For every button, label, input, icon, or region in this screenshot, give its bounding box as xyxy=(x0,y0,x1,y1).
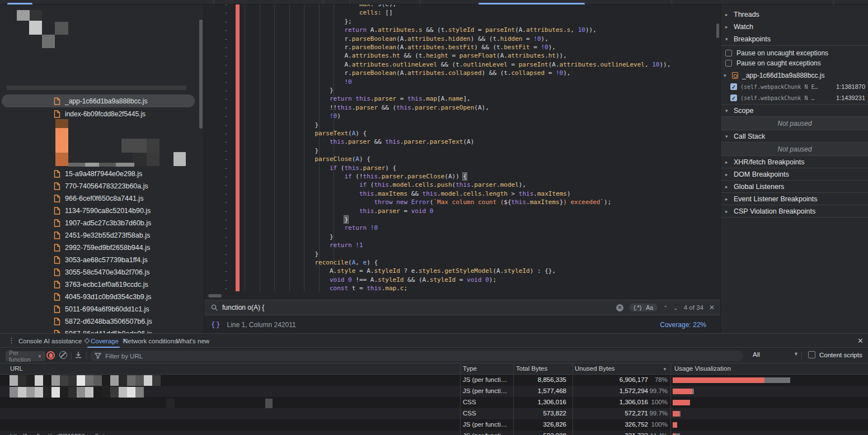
tab-coverage[interactable]: Coverage✕ xyxy=(91,334,127,348)
sidebar-section-xhr-fetch-breakpoints[interactable]: ▸XHR/fetch Breakpoints xyxy=(721,155,868,168)
close-drawer-icon[interactable]: ✕ xyxy=(857,337,864,345)
total-bytes-cell: 326,826 xyxy=(499,421,566,428)
column-header-url[interactable]: URL xyxy=(10,365,23,372)
previous-match-button[interactable]: ⌃ xyxy=(663,305,668,311)
tab-whats-new[interactable]: What's new xyxy=(176,334,209,348)
divider xyxy=(721,217,868,218)
sidebar-section-global-listeners[interactable]: ▸Global Listeners xyxy=(721,180,868,192)
match-case-toggle[interactable]: Aa xyxy=(646,304,653,311)
export-icon[interactable] xyxy=(74,351,82,359)
column-header-type[interactable]: Type xyxy=(463,365,477,372)
breakpoint-file-group[interactable]: ▾ _app-1c66d1ba9a888bcc.js xyxy=(721,70,868,81)
column-header-unused-bytes[interactable]: Unused Bytes xyxy=(575,365,615,372)
section-breakpoints[interactable]: ▾Breakpoints xyxy=(721,33,868,45)
checkbox-unchecked[interactable] xyxy=(725,50,732,56)
unused-percent-cell: 100% xyxy=(641,421,668,428)
file-list-item[interactable]: 3053-ae68c57739ba1ff4.js xyxy=(0,254,204,266)
editor-search-bar[interactable]: function o(A) { ✕ (.*) Aa ⌃ ⌃ 4 of 34 ✕ xyxy=(204,300,720,315)
table-row[interactable]: JS (per functi…326,826326,752100% xyxy=(0,419,868,431)
file-list-item[interactable]: 1907-ad5c27c3b3b7d60b.js xyxy=(0,217,204,229)
tab-divider xyxy=(420,1,420,4)
file-list-item[interactable]: 770-740564783223b60a.js xyxy=(0,180,204,192)
file-list-item[interactable]: 3055-58c5470e34b2f706.js xyxy=(0,266,204,278)
file-list-item[interactable]: 15-a9a48f7944e0e298.js xyxy=(0,168,204,180)
table-row[interactable]: CSS573,822572,27199.7% xyxy=(0,408,868,419)
more-tabs-icon[interactable]: ⋮ xyxy=(8,336,15,344)
file-list-item[interactable]: index-6b09fcdd8e2f5445.js xyxy=(2,107,195,120)
search-query[interactable]: function o(A) { xyxy=(222,304,264,311)
breakpoint-snippet: (self.webpackChunk_N_… xyxy=(740,95,814,101)
file-list-item[interactable]: 2992-759ed9bf2658b944.js xyxy=(0,242,204,254)
sidebar-section-dom-breakpoints[interactable]: ▸DOM Breakpoints xyxy=(721,168,868,180)
section-watch[interactable]: ▸Watch xyxy=(721,21,868,33)
file-list-item[interactable]: 4045-93d1c0b9d354c3b9.js xyxy=(0,291,204,303)
dropdown-arrow-icon: ▼ xyxy=(794,351,799,358)
navigator-scrollbar[interactable] xyxy=(199,20,203,129)
redacted-block xyxy=(43,387,51,398)
code-viewport[interactable]: ---------------------------------- max: … xyxy=(204,4,720,292)
checkbox-checked[interactable]: ✓ xyxy=(730,83,737,90)
breakpoint-entry[interactable]: ✓(self.webpackChunk_N_…1:1439231 xyxy=(721,92,868,103)
record-button[interactable] xyxy=(46,351,55,360)
filter-input[interactable]: Filter by URL xyxy=(90,351,743,361)
tab-console[interactable]: Console xyxy=(18,334,42,348)
close-search-icon[interactable]: ✕ xyxy=(709,304,715,311)
pause-uncaught-row[interactable]: Pause on uncaught exceptions xyxy=(725,48,865,58)
file-list-item[interactable]: 5872-d6248ba3506507b6.js xyxy=(0,315,204,328)
regex-toggle[interactable]: (.*) xyxy=(634,304,641,311)
table-row[interactable]: http://localhost/…/9l31580/bundle.jsJS (… xyxy=(0,431,868,435)
pause-caught-row[interactable]: Pause on caught exceptions xyxy=(725,58,865,68)
table-row[interactable]: CSS1,306,0161,306,016100% xyxy=(0,397,868,408)
sidebar-section-event-listener-breakpoints[interactable]: ▸Event Listener Breakpoints xyxy=(721,192,868,205)
file-list-item[interactable]: 3763-ecbc1ef0a619ccdc.js xyxy=(0,278,204,291)
section-call-stack[interactable]: ▾Call Stack xyxy=(721,130,868,142)
code-line: parseText(A) { xyxy=(241,129,367,138)
js-file-icon xyxy=(54,244,60,252)
redacted-block xyxy=(173,152,186,166)
gutter-line-marker: - xyxy=(217,86,228,94)
vertical-scrollbar[interactable] xyxy=(716,23,719,38)
checkbox-unchecked[interactable] xyxy=(808,351,815,358)
breakpoint-entry[interactable]: ✓(self.webpackChunk_N_E…1:1381870 xyxy=(721,81,868,92)
coverage-percentage-link[interactable]: Coverage: 22% xyxy=(660,321,706,329)
file-list-item[interactable]: 966-6cef0f650c8a7441.js xyxy=(0,192,204,205)
redacted-block xyxy=(68,387,77,398)
clear-button[interactable] xyxy=(59,351,67,359)
sidebar-section-csp-violation-breakpoints[interactable]: ▸CSP Violation Breakpoints xyxy=(721,205,868,217)
breakpoint-location[interactable]: 1:1439231 xyxy=(836,94,865,101)
content-scripts-toggle[interactable]: Content scripts xyxy=(808,351,862,358)
column-header-usage-visualization[interactable]: Usage Visualization xyxy=(674,365,731,372)
file-name: _app-1c66d1ba9a888bcc.js xyxy=(65,97,147,105)
top-tab-strip[interactable] xyxy=(0,0,868,4)
checkbox-checked[interactable]: ✓ xyxy=(730,94,737,101)
code-line: max: s(e), xyxy=(241,4,396,8)
file-list-item[interactable]: 1134-7590ca8c52014b90.js xyxy=(0,205,204,217)
column-header-total-bytes[interactable]: Total Bytes xyxy=(516,365,547,372)
file-name: index-6b09fcdd8e2f5445.js xyxy=(65,110,146,118)
tab-ai-assistance[interactable]: AI assistance xyxy=(44,334,89,348)
file-list-item[interactable]: 5967-86ed41dd5b0ede96.js xyxy=(0,328,204,333)
breakpoint-location[interactable]: 1:1381870 xyxy=(836,83,865,90)
horizontal-scrollbar[interactable] xyxy=(204,292,720,299)
tab-network-conditions[interactable]: Network conditions xyxy=(123,334,177,348)
chevron-right-icon: ▸ xyxy=(725,24,730,30)
file-name: 5872-d6248ba3506507b6.js xyxy=(65,318,152,325)
section-label: Call Stack xyxy=(734,133,765,140)
file-name: 3763-ecbc1ef0a619ccdc.js xyxy=(65,281,148,289)
file-list-item[interactable]: 5011-6994a6f9b60dd1c1.js xyxy=(0,303,204,315)
content-type-filter-select[interactable]: All▼ xyxy=(753,351,799,358)
next-match-button[interactable]: ⌃ xyxy=(673,305,678,311)
filter-funnel-icon xyxy=(95,353,101,359)
section-threads[interactable]: ▸Threads xyxy=(721,8,868,21)
coverage-type-select[interactable]: Per function▼ xyxy=(6,351,45,361)
section-scope[interactable]: ▾Scope xyxy=(721,104,868,116)
clear-search-icon[interactable]: ✕ xyxy=(616,304,623,311)
filter-placeholder: Filter by URL xyxy=(105,353,143,360)
scrollbar-thumb[interactable] xyxy=(208,294,222,297)
checkbox-unchecked[interactable] xyxy=(725,60,732,67)
file-list-item-selected[interactable]: _app-1c66d1ba9a888bcc.js xyxy=(2,94,195,107)
line-number-gutter: ---------------------------------- xyxy=(204,4,231,292)
pretty-print-icon[interactable]: {} xyxy=(211,321,221,329)
file-list-item[interactable]: 2451-9e32b55d273f58ab.js xyxy=(0,229,204,242)
usage-bar xyxy=(673,377,790,383)
